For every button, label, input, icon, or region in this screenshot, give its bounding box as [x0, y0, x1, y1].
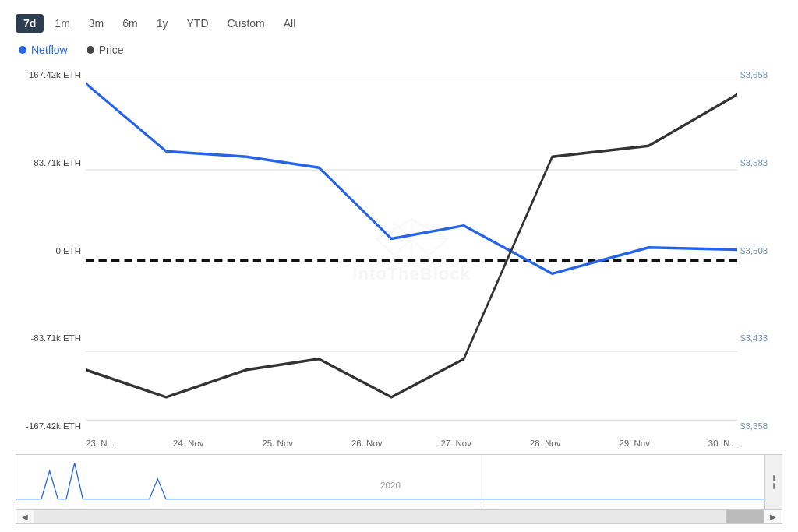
scroll-track[interactable]	[34, 510, 764, 523]
y-axis-right: $3,658 $3,583 $3,508 $3,433 $3,358	[737, 64, 782, 435]
y-right-3: $3,433	[740, 333, 782, 343]
legend-netflow-label: Netflow	[31, 44, 68, 56]
scroll-thumb[interactable]	[726, 510, 764, 523]
mini-chart: 2020	[16, 455, 764, 509]
x-axis: 23. N... 24. Nov 25. Nov 26. Nov 27. Nov…	[16, 435, 782, 449]
y-left-4: -167.42k ETH	[16, 421, 81, 431]
x-label-4: 27. Nov	[440, 439, 471, 448]
legend-price-label: Price	[99, 44, 124, 56]
x-label-6: 29. Nov	[619, 439, 650, 448]
chart-area: 167.42k ETH 83.71k ETH 0 ETH -83.71k ETH…	[16, 64, 782, 524]
filter-ytd[interactable]: YTD	[179, 14, 217, 33]
filter-6m[interactable]: 6m	[115, 14, 145, 33]
scrollbar: ◀ ▶	[16, 510, 782, 524]
y-axis-left: 167.42k ETH 83.71k ETH 0 ETH -83.71k ETH…	[16, 64, 86, 435]
scroll-right-arrow[interactable]: ▶	[764, 510, 782, 523]
mini-chart-svg: 2020	[16, 455, 764, 509]
x-label-5: 28. Nov	[530, 439, 561, 448]
y-right-4: $3,358	[740, 421, 782, 431]
time-filter-bar: 7d 1m 3m 6m 1y YTD Custom All	[16, 14, 782, 33]
main-container: 7d 1m 3m 6m 1y YTD Custom All Netflow Pr…	[0, 0, 798, 532]
filter-7d[interactable]: 7d	[16, 14, 44, 33]
svg-text:2020: 2020	[380, 481, 401, 490]
y-right-2: $3,508	[740, 246, 782, 255]
filter-custom[interactable]: Custom	[220, 14, 273, 33]
filter-3m[interactable]: 3m	[81, 14, 111, 33]
x-label-3: 26. Nov	[351, 439, 383, 448]
filter-all[interactable]: All	[276, 14, 304, 33]
mini-chart-container: 2020	[16, 454, 782, 510]
x-label-1: 24. Nov	[173, 439, 204, 448]
y-right-0: $3,658	[740, 70, 782, 79]
y-left-1: 83.71k ETH	[16, 158, 81, 167]
main-chart: 167.42k ETH 83.71k ETH 0 ETH -83.71k ETH…	[16, 64, 782, 435]
chart-legend: Netflow Price	[16, 44, 782, 56]
legend-netflow: Netflow	[19, 44, 68, 56]
legend-netflow-dot	[19, 46, 26, 54]
y-left-3: -83.71k ETH	[16, 333, 81, 343]
legend-price-dot	[87, 46, 94, 54]
y-left-2: 0 ETH	[16, 246, 81, 255]
y-right-1: $3,583	[740, 158, 782, 167]
chart-svg-area: IntoTheBlock	[86, 64, 737, 435]
x-label-2: 25. Nov	[262, 439, 293, 448]
mini-scroll-handle[interactable]	[764, 455, 782, 509]
filter-1m[interactable]: 1m	[47, 14, 77, 33]
legend-price: Price	[87, 44, 124, 56]
x-label-7: 30. N...	[708, 439, 737, 448]
x-label-0: 23. N...	[86, 439, 115, 448]
chart-lines	[86, 64, 737, 435]
filter-1y[interactable]: 1y	[149, 14, 176, 33]
scroll-left-arrow[interactable]: ◀	[16, 510, 34, 523]
y-left-0: 167.42k ETH	[16, 70, 81, 79]
